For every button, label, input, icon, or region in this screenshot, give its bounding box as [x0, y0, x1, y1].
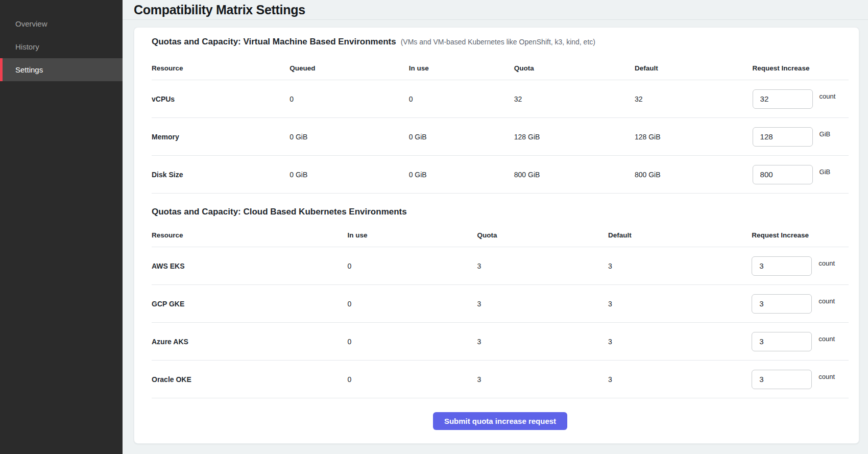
vm-section-subtitle: (VMs and VM-based Kubernetes like OpenSh… — [401, 38, 595, 46]
submit-quota-increase-button[interactable]: Submit quota increase request — [433, 412, 567, 430]
cell-resource: Azure AKS — [152, 323, 348, 361]
cell-in-use: 0 GiB — [409, 118, 514, 156]
cell-quota: 800 GiB — [514, 156, 635, 194]
cell-in-use: 0 — [348, 323, 477, 361]
unit-label: count — [818, 259, 835, 267]
vm-quota-table: Resource Queued In use Quota Default Req… — [152, 59, 849, 194]
cell-resource: Oracle OKE — [152, 361, 348, 398]
cell-default: 3 — [608, 323, 752, 361]
column-header-resource: Resource — [152, 226, 348, 247]
cell-request-increase: count — [752, 247, 849, 285]
cell-resource: Memory — [152, 118, 290, 156]
cell-in-use: 0 — [409, 80, 514, 118]
table-row: GCP GKE 0 3 3 count — [152, 285, 849, 323]
cell-resource: vCPUs — [152, 80, 290, 118]
unit-label: GiB — [819, 168, 831, 176]
column-header-resource: Resource — [152, 59, 290, 80]
cell-in-use: 0 — [348, 247, 477, 285]
sidebar-item-label: History — [15, 42, 39, 51]
cell-resource: Disk Size — [152, 156, 290, 194]
unit-label: count — [818, 373, 835, 380]
cell-request-increase: GiB — [753, 156, 849, 194]
cell-default: 3 — [608, 285, 752, 323]
cloud-section-header: Quotas and Capacity: Cloud Based Kuberne… — [152, 207, 849, 217]
cell-queued: 0 GiB — [290, 118, 408, 156]
cell-resource: AWS EKS — [152, 247, 348, 285]
column-header-default: Default — [635, 59, 753, 80]
page-header: Compatibility Matrix Settings — [123, 0, 868, 20]
table-row: Memory 0 GiB 0 GiB 128 GiB 128 GiB GiB — [152, 118, 849, 156]
request-increase-input[interactable] — [752, 332, 812, 351]
table-header-row: Resource In use Quota Default Request In… — [152, 226, 849, 247]
table-row: Oracle OKE 0 3 3 count — [152, 361, 849, 398]
column-header-request-increase: Request Increase — [753, 59, 849, 80]
column-header-default: Default — [608, 226, 752, 247]
sidebar-item-history[interactable]: History — [0, 35, 123, 58]
request-increase-input[interactable] — [752, 256, 812, 276]
sidebar-item-label: Settings — [15, 65, 43, 74]
column-header-request-increase: Request Increase — [752, 226, 849, 247]
cell-in-use: 0 GiB — [409, 156, 514, 194]
table-row: Azure AKS 0 3 3 count — [152, 323, 849, 361]
request-increase-input[interactable] — [753, 165, 813, 184]
cell-quota: 3 — [477, 323, 608, 361]
cell-default: 128 GiB — [635, 118, 753, 156]
cell-default: 32 — [635, 80, 753, 118]
cell-in-use: 0 — [348, 285, 477, 323]
sidebar-item-overview[interactable]: Overview — [0, 12, 123, 35]
cell-quota: 3 — [477, 285, 608, 323]
table-row: AWS EKS 0 3 3 count — [152, 247, 849, 285]
request-increase-input[interactable] — [753, 127, 813, 147]
active-marker — [0, 58, 3, 81]
cloud-section-title: Quotas and Capacity: Cloud Based Kuberne… — [152, 207, 407, 217]
vm-section-title: Quotas and Capacity: Virtual Machine Bas… — [152, 37, 396, 47]
table-row: Disk Size 0 GiB 0 GiB 800 GiB 800 GiB Gi… — [152, 156, 849, 194]
column-header-queued: Queued — [290, 59, 408, 80]
table-header-row: Resource Queued In use Quota Default Req… — [152, 59, 849, 80]
quota-settings-card: Quotas and Capacity: Virtual Machine Bas… — [134, 27, 859, 444]
page-title: Compatibility Matrix Settings — [134, 3, 305, 17]
column-header-in-use: In use — [348, 226, 477, 247]
request-increase-input[interactable] — [752, 370, 812, 389]
sidebar-item-label: Overview — [15, 19, 47, 28]
column-header-in-use: In use — [409, 59, 514, 80]
submit-row: Submit quota increase request — [152, 398, 849, 435]
column-header-quota: Quota — [477, 226, 608, 247]
cell-resource: GCP GKE — [152, 285, 348, 323]
sidebar: Overview History Settings — [0, 0, 123, 454]
sidebar-item-settings[interactable]: Settings — [0, 58, 123, 81]
cell-quota: 3 — [477, 361, 608, 398]
content-area: Quotas and Capacity: Virtual Machine Bas… — [123, 20, 868, 454]
cell-request-increase: count — [752, 361, 849, 398]
cell-queued: 0 GiB — [290, 156, 408, 194]
column-header-quota: Quota — [514, 59, 635, 80]
cell-quota: 3 — [477, 247, 608, 285]
cell-queued: 0 — [290, 80, 408, 118]
table-row: vCPUs 0 0 32 32 count — [152, 80, 849, 118]
cell-quota: 32 — [514, 80, 635, 118]
cell-default: 3 — [608, 247, 752, 285]
request-increase-input[interactable] — [753, 89, 813, 109]
vm-section-header: Quotas and Capacity: Virtual Machine Bas… — [152, 37, 849, 47]
unit-label: count — [818, 335, 835, 343]
unit-label: count — [819, 92, 836, 100]
cell-request-increase: count — [752, 323, 849, 361]
unit-label: GiB — [819, 130, 831, 138]
cell-request-increase: count — [752, 285, 849, 323]
cell-in-use: 0 — [348, 361, 477, 398]
cell-request-increase: GiB — [753, 118, 849, 156]
cloud-quota-table: Resource In use Quota Default Request In… — [152, 226, 849, 398]
cell-default: 800 GiB — [635, 156, 753, 194]
cell-quota: 128 GiB — [514, 118, 635, 156]
request-increase-input[interactable] — [752, 294, 812, 314]
main-area: Compatibility Matrix Settings Quotas and… — [123, 0, 868, 454]
cell-default: 3 — [608, 361, 752, 398]
cell-request-increase: count — [753, 80, 849, 118]
unit-label: count — [818, 297, 835, 305]
